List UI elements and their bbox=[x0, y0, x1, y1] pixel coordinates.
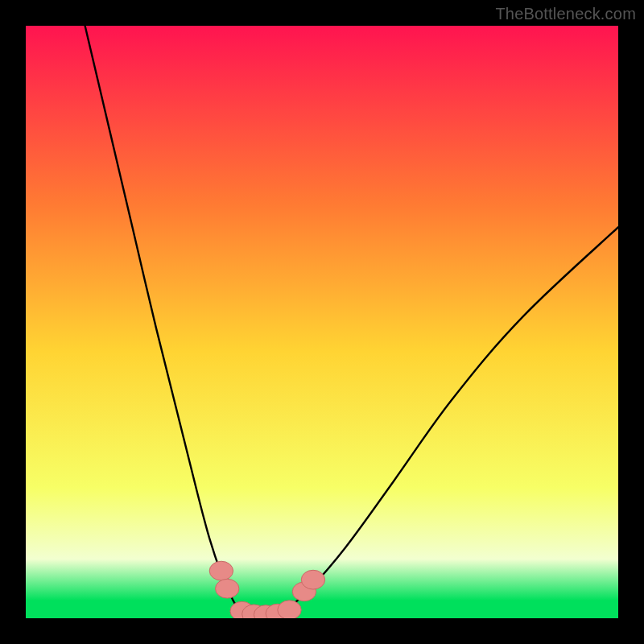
chart-frame: TheBottleneck.com bbox=[0, 0, 644, 644]
gradient-bg bbox=[26, 26, 618, 618]
valley-marker bbox=[301, 570, 324, 589]
plot-area bbox=[26, 26, 618, 618]
valley-marker bbox=[216, 579, 239, 598]
watermark-text: TheBottleneck.com bbox=[495, 5, 636, 23]
valley-marker bbox=[278, 601, 301, 618]
valley-marker bbox=[209, 561, 233, 580]
chart-svg bbox=[26, 26, 618, 618]
